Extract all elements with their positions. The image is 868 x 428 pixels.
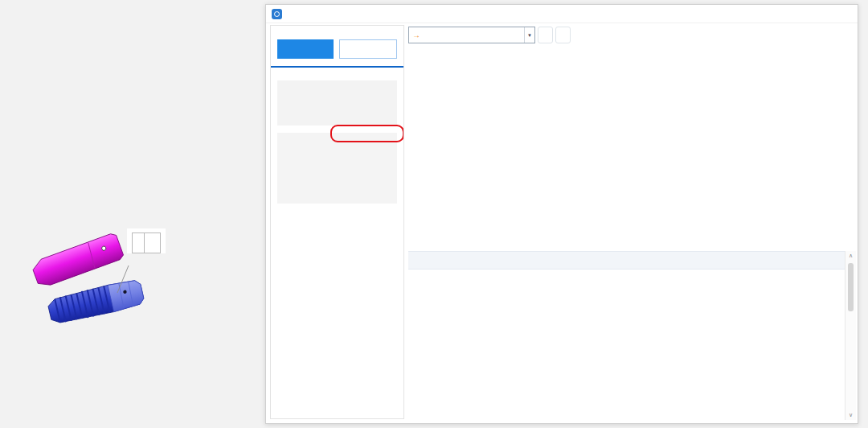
measurement-select[interactable]: → ▼ [408, 27, 535, 43]
prev-measurement-button[interactable] [538, 27, 553, 43]
contribution-table: ∧ ∨ [408, 251, 856, 420]
measured-features-box [277, 133, 397, 204]
table-scrollbar[interactable]: ∧ ∨ [845, 251, 856, 420]
measurement-description-box [277, 80, 397, 126]
chart-toolbar: → ▼ [408, 25, 854, 45]
next-measurement-button[interactable] [555, 27, 571, 43]
close-button[interactable] [833, 6, 854, 21]
title-bar [266, 5, 858, 23]
simulation-window: → ▼ ∧ ∨ [265, 4, 858, 424]
gdt-callout [127, 228, 166, 253]
scroll-up-icon[interactable]: ∧ [849, 251, 853, 261]
histogram-chart [408, 45, 857, 251]
scrollbar-thumb[interactable] [848, 263, 854, 311]
measurement-arrow-icon: → [412, 31, 420, 39]
app-logo-icon [272, 9, 282, 19]
analyze-button[interactable] [339, 39, 397, 59]
feature-control-frame [132, 233, 161, 253]
scroll-down-icon[interactable]: ∨ [849, 410, 853, 420]
simulation-parameters-panel [270, 25, 404, 419]
maximize-button[interactable] [813, 6, 833, 21]
minimize-button[interactable] [792, 6, 813, 21]
magenta-pin [31, 233, 125, 289]
chevron-down-icon: ▼ [524, 27, 534, 43]
dimension-callout [132, 230, 161, 231]
blue-pin [47, 278, 145, 326]
table-header-row [408, 251, 845, 270]
histogram-area [408, 45, 857, 251]
screenshot-canvas: → ▼ ∧ ∨ [0, 0, 868, 428]
annotation-text [29, 29, 265, 71]
calculate-button[interactable] [277, 39, 334, 59]
divider [271, 66, 403, 68]
